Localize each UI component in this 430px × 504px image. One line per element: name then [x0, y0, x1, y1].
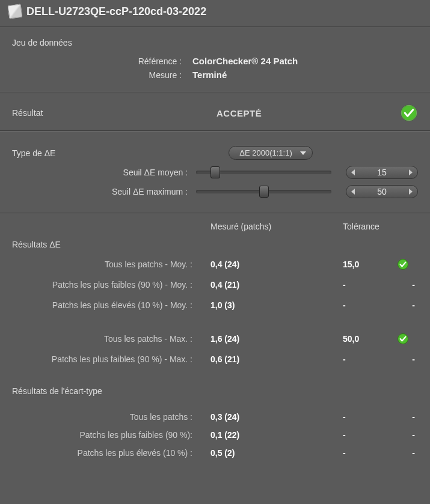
result-row-label: Tous les patchs : — [12, 412, 210, 422]
result-row-measured: 0,6 (21) — [210, 354, 343, 364]
result-row: Tous les patchs :0,3 (24)-- — [12, 409, 418, 425]
results-grid: Mesuré (patchs) Tolérance Résultats ΔE T… — [0, 213, 430, 469]
result-row-status: - — [397, 448, 415, 458]
result-row-status: - — [397, 300, 415, 310]
result-row-status: - — [397, 430, 415, 440]
result-row: Tous les patchs - Moy. :0,4 (24)15,0 — [12, 255, 418, 273]
result-row-tolerance: - — [343, 448, 397, 458]
result-row: Patchs les plus élevés (10 %) :0,5 (2)-- — [12, 445, 418, 461]
result-row-status — [397, 258, 415, 270]
result-row-label: Tous les patchs - Max. : — [12, 334, 210, 344]
result-row-status — [397, 333, 415, 345]
reference-value: ColorChecker® 24 Patch — [192, 56, 298, 66]
svg-point-2 — [398, 260, 408, 270]
result-row-status: - — [397, 354, 415, 364]
checkmark-icon — [400, 104, 418, 122]
avg-threshold-stepper[interactable]: 15 — [346, 166, 418, 179]
result-row-label: Patchs les plus faibles (90 %): — [12, 430, 210, 440]
de-type-label: Type de ΔE — [12, 148, 84, 158]
decrease-icon[interactable] — [351, 169, 355, 175]
reference-label: Référence : — [12, 56, 192, 66]
page-title: DELL-U2723QE-ccP-120cd-03-2022 — [26, 5, 206, 18]
result-row-measured: 0,4 (24) — [210, 260, 343, 269]
decrease-icon[interactable] — [351, 189, 355, 195]
result-row: Patchs les plus faibles (90 %) - Moy. :0… — [12, 276, 418, 294]
svg-point-3 — [398, 334, 408, 344]
result-row-tolerance: - — [343, 280, 397, 290]
result-row-measured: 0,5 (2) — [210, 448, 343, 458]
de-type-selected: ΔE 2000(1:1:1) — [239, 148, 292, 157]
result-row-tolerance: 15,0 — [343, 260, 397, 269]
result-row-measured: 1,6 (24) — [210, 334, 343, 344]
increase-icon[interactable] — [409, 169, 413, 175]
result-value: ACCEPTÉ — [72, 108, 400, 118]
result-row-label: Patchs les plus faibles (90 %) - Max. : — [12, 354, 210, 364]
avg-threshold-slider[interactable] — [196, 171, 331, 174]
result-row-status: - — [397, 280, 415, 290]
result-row-label: Tous les patchs - Moy. : — [12, 260, 210, 269]
result-row-tolerance: - — [343, 412, 397, 422]
slider-thumb[interactable] — [210, 166, 220, 178]
max-threshold-stepper[interactable]: 50 — [346, 185, 418, 198]
measure-value: Terminé — [192, 70, 227, 80]
increase-icon[interactable] — [409, 189, 413, 195]
stddev-results-label: Résultats de l'écart-type — [12, 386, 418, 396]
max-threshold-label: Seuil ΔE maximum : — [12, 187, 192, 196]
result-row-measured: 0,4 (21) — [210, 280, 343, 290]
result-row-measured: 1,0 (3) — [210, 300, 343, 310]
checkmark-icon — [397, 258, 409, 270]
dataset-section: Jeu de données Référence : ColorChecker®… — [0, 27, 430, 93]
max-threshold-value: 50 — [377, 187, 387, 196]
result-section: Résultat ACCEPTÉ — [0, 93, 430, 131]
result-row-tolerance: - — [343, 354, 397, 364]
tolerance-header: Tolérance — [343, 222, 415, 231]
checkmark-icon — [397, 333, 409, 345]
result-row-label: Patchs les plus faibles (90 %) - Moy. : — [12, 280, 210, 290]
result-row-label: Patchs les plus élevés (10 %) : — [12, 448, 210, 458]
measure-label: Mesure : — [12, 70, 192, 80]
result-row-tolerance: 50,0 — [343, 334, 397, 344]
result-row-label: Patchs les plus élevés (10 %) - Moy. : — [12, 300, 210, 310]
measured-header: Mesuré (patchs) — [210, 222, 343, 231]
result-row-status: - — [397, 412, 415, 422]
delta-e-results-label: Résultats ΔE — [12, 240, 418, 249]
result-label: Résultat — [12, 108, 72, 118]
result-row: Patchs les plus élevés (10 %) - Moy. :1,… — [12, 296, 418, 314]
result-row: Patchs les plus faibles (90 %):0,1 (22)-… — [12, 427, 418, 443]
title-bar: DELL-U2723QE-ccP-120cd-03-2022 — [0, 0, 430, 27]
result-row-measured: 0,1 (22) — [210, 430, 343, 440]
result-row-tolerance: - — [343, 300, 397, 310]
result-row: Patchs les plus faibles (90 %) - Max. :0… — [12, 350, 418, 368]
max-threshold-slider[interactable] — [196, 190, 331, 193]
document-icon — [8, 4, 23, 19]
result-row: Tous les patchs - Max. :1,6 (24)50,0 — [12, 330, 418, 348]
result-row-measured: 0,3 (24) — [210, 412, 343, 422]
avg-threshold-value: 15 — [377, 168, 387, 177]
avg-threshold-label: Seuil ΔE moyen : — [12, 168, 192, 177]
de-type-section: Type de ΔE ΔE 2000(1:1:1) Seuil ΔE moyen… — [0, 131, 430, 213]
de-type-select[interactable]: ΔE 2000(1:1:1) — [229, 146, 313, 160]
slider-thumb[interactable] — [259, 186, 269, 198]
dataset-label: Jeu de données — [12, 38, 418, 47]
chevron-down-icon — [300, 151, 306, 155]
result-row-tolerance: - — [343, 430, 397, 440]
